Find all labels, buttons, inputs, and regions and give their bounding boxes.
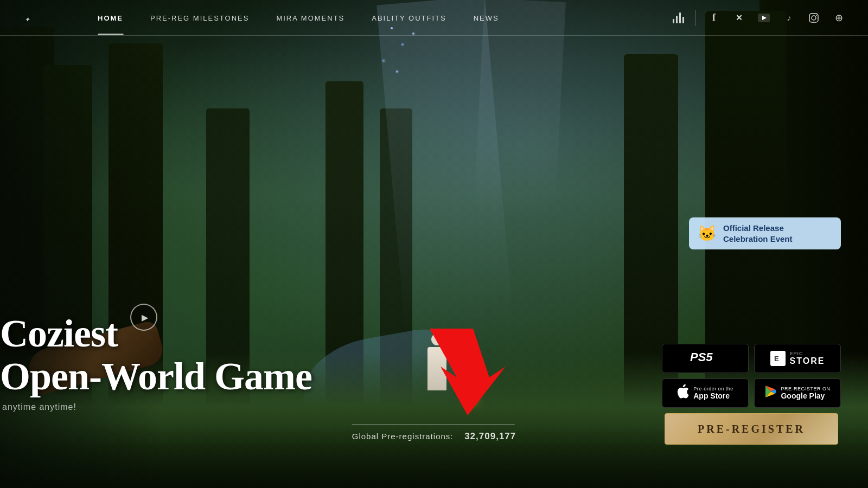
nav-links: HOME PRE-REG MILESTONES MIRA MOMENTS ABI… (98, 13, 499, 23)
appstore-main-label: App Store (693, 391, 733, 400)
appstore-button[interactable]: Pre-order on the App Store (662, 378, 749, 408)
sound-bar (679, 12, 681, 23)
googleplay-button[interactable]: PRE-REGISTER ON Google Play (754, 378, 841, 408)
social-icons: f ✕ ♪ ⊕ (706, 10, 846, 25)
nav-item-mira[interactable]: MIRA MOMENTS (276, 13, 344, 23)
epic-store-label: STORE (790, 356, 825, 366)
prereg-button[interactable]: PRE-REGISTER (665, 413, 838, 445)
googleplay-icon (764, 385, 776, 401)
nav-item-news[interactable]: NEWS (474, 13, 499, 23)
svg-text:✦: ✦ (24, 16, 30, 23)
navigation: ✦ HOME PRE-REG MILESTONES MIRA MOMENTS A… (0, 0, 868, 35)
store-row-1: PS5 E EPIC STORE (662, 344, 841, 373)
facebook-icon[interactable]: f (706, 10, 722, 25)
x-twitter-icon[interactable]: ✕ (731, 10, 746, 25)
appstore-pre-label: Pre-order on the (693, 386, 733, 391)
googleplay-text: PRE-REGISTER ON Google Play (781, 386, 830, 400)
prereg-number: 32,709,177 (464, 431, 516, 441)
svg-text:PS5: PS5 (690, 350, 713, 364)
left-overlay (0, 0, 163, 488)
prereg-btn-label: PRE-REGISTER (698, 423, 805, 435)
discord-icon[interactable]: ⊕ (831, 10, 846, 25)
youtube-icon[interactable] (756, 10, 771, 25)
sound-bar (673, 19, 674, 23)
svg-point-5 (816, 15, 817, 16)
nav-item-prereg[interactable]: PRE-REG MILESTONES (150, 13, 249, 23)
hero-text: Coziest Open-World Game anytime anytime! (0, 312, 312, 412)
nav-item-ability[interactable]: ABILITY OUTFITS (372, 13, 446, 23)
hero-line2: Open-World Game (0, 355, 312, 398)
epic-store-text: EPIC STORE (790, 351, 825, 366)
googleplay-main-label: Google Play (781, 391, 830, 400)
hero-tagline: Coziest Open-World Game (0, 312, 312, 398)
nav-bottom-line (0, 35, 868, 36)
hero-tagline-sub: anytime anytime! (0, 402, 312, 412)
release-banner-icon: 🐱 (698, 224, 717, 242)
release-title: Official Release (723, 223, 793, 234)
prereg-label: Global Pre-registrations: (352, 432, 454, 441)
nav-divider (695, 10, 695, 26)
svg-marker-6 (430, 329, 506, 415)
release-banner-text: Official Release Celebration Event (723, 223, 793, 244)
prereg-text: Global Pre-registrations: 32,709,177 (352, 431, 516, 442)
ps5-icon: PS5 (689, 349, 722, 368)
instagram-icon[interactable] (806, 10, 821, 25)
logo[interactable]: ✦ (22, 7, 65, 29)
light-beam (470, 0, 566, 273)
nav-left: ✦ HOME PRE-REG MILESTONES MIRA MOMENTS A… (22, 7, 499, 29)
apple-icon (677, 384, 689, 402)
prereg-line (352, 424, 515, 425)
ps5-button[interactable]: PS5 (662, 344, 749, 373)
nav-right: f ✕ ♪ ⊕ (673, 10, 846, 26)
play-button[interactable] (130, 304, 157, 331)
release-subtitle: Celebration Event (723, 234, 793, 245)
sound-icon[interactable] (673, 12, 684, 23)
epic-icon: E (770, 351, 786, 366)
epic-store-button[interactable]: E EPIC STORE (754, 344, 841, 373)
epic-label: EPIC (790, 351, 803, 356)
googleplay-pre-label: PRE-REGISTER ON (781, 386, 830, 391)
store-panel: PS5 E EPIC STORE (662, 344, 841, 445)
prereg-count-section: Global Pre-registrations: 32,709,177 (352, 424, 516, 442)
release-banner[interactable]: 🐱 Official Release Celebration Event (689, 217, 841, 249)
appstore-text: Pre-order on the App Store (693, 386, 733, 400)
sound-bar (676, 16, 678, 23)
sound-bar (682, 17, 684, 23)
tiktok-icon[interactable]: ♪ (781, 10, 796, 25)
nav-item-home[interactable]: HOME (98, 13, 123, 23)
svg-text:E: E (774, 355, 779, 363)
svg-point-4 (812, 16, 816, 20)
red-arrow-annotation (397, 323, 506, 423)
store-row-2: Pre-order on the App Store PRE-REGISTER … (662, 378, 841, 408)
